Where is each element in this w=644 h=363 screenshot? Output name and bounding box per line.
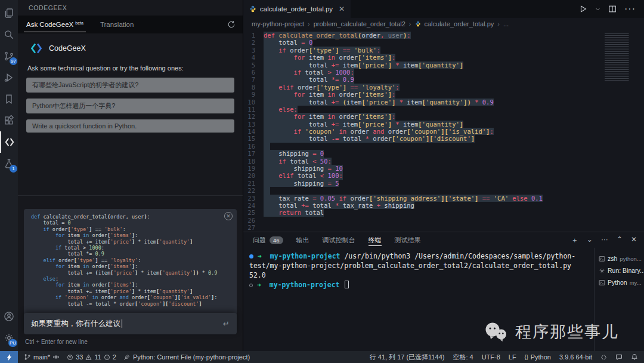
code-editor[interactable]: 1def calculate_order_total(order, user):… (243, 30, 644, 232)
search-icon[interactable] (0, 24, 18, 45)
problems-badge: 46 (270, 236, 283, 244)
code-line: 27 (243, 224, 644, 231)
run-debug-icon[interactable] (0, 67, 18, 88)
eol-item[interactable]: LF (509, 353, 516, 361)
code-context-line: for item in order['items']: (31, 263, 231, 269)
codegeex-logo-icon (30, 42, 43, 55)
code-line: 6 if total > 1000: (243, 69, 644, 76)
code-context-line: total = 0 (31, 220, 231, 226)
tab-label: calculate_order_total.py (260, 5, 333, 13)
error-count: 33 (76, 353, 83, 361)
python-file-icon (415, 21, 421, 27)
code-lines: 1def calculate_order_total(order, user):… (243, 32, 644, 232)
code-context-line: total -= total * order['coupon']['discou… (31, 301, 231, 307)
editor-tabbar: calculate_order_total.py ✕ ··· (243, 0, 644, 18)
code-line: 14 if 'coupon' in order and order['coupo… (243, 128, 644, 135)
run-file-icon[interactable] (579, 5, 587, 13)
settings-gear-icon[interactable]: PU (0, 327, 18, 349)
debug-config-item[interactable]: Python: Current File (my-python-project) (123, 353, 250, 361)
suggestion-button-1[interactable]: 有哪些给JavaScript的初学者的建议? (26, 78, 234, 93)
suggestion-button-3[interactable]: Write a quicksort function in Python. (26, 119, 234, 133)
terminal-list-item-zsh[interactable]: zsh python... (595, 253, 644, 264)
breadcrumb-item[interactable]: calculate_order_total.py (425, 20, 494, 27)
breadcrumb-item[interactable]: ... (503, 20, 509, 27)
split-editor-icon[interactable] (608, 5, 617, 13)
tab-close-icon[interactable]: ✕ (339, 5, 345, 13)
close-code-context-icon[interactable]: ✕ (224, 212, 233, 220)
code-line: 10 total += (item['price'] * item['quant… (243, 99, 644, 106)
suggestion-button-2[interactable]: Python中怎样遍历一个字典? (26, 99, 234, 113)
code-line: 18 if total < 50: (243, 158, 644, 165)
code-line: 4 for item in order['items']: (243, 54, 644, 61)
more-actions-icon[interactable]: ··· (624, 4, 636, 14)
breadcrumb: my-python-project› problem_calculate_ord… (243, 18, 644, 30)
cursor-position-item[interactable]: 行 41, 列 17 (已选择1144) (370, 353, 445, 362)
panel-tabbar: 问题 46 输出 调试控制台 终端 测试结果 ＋ ⌄ ··· ⌃ ✕ (243, 232, 644, 248)
editor-tab[interactable]: calculate_order_total.py ✕ (243, 0, 351, 18)
indentation-item[interactable]: 空格: 4 (453, 353, 473, 362)
git-branch-item[interactable]: main* (24, 353, 60, 361)
history-icon[interactable] (227, 16, 243, 33)
problems-item[interactable]: 33 11 2 (67, 353, 116, 361)
terminal-list-item-python[interactable]: Python my... (595, 276, 644, 288)
panel-tab-terminal[interactable]: 终端 (369, 232, 382, 248)
tab-translation[interactable]: Translation (92, 16, 142, 33)
encoding-item[interactable]: UTF-8 (482, 353, 500, 361)
code-context-block: ✕ def calculate_order_total(order, user)… (24, 209, 237, 322)
brand-name: CodeGeeX (49, 44, 86, 53)
panel-tab-debug-console[interactable]: 调试控制台 (323, 232, 355, 248)
remote-indicator[interactable] (0, 351, 18, 363)
minimap[interactable] (605, 33, 636, 81)
code-line: 21 shipping = 5 (243, 180, 644, 187)
terminal-dropdown-icon[interactable]: ⌄ (587, 235, 593, 245)
terminal-output-line: 52.0 (249, 270, 589, 280)
breadcrumb-item[interactable]: my-python-project (252, 20, 304, 27)
terminal-list: zsh python... Run: Binary... Python my..… (594, 248, 644, 351)
new-terminal-icon[interactable]: ＋ (571, 235, 578, 245)
code-context-line: if 'coupon' in order and order['coupon']… (31, 294, 231, 300)
language-mode-item[interactable]: {} Python (525, 353, 551, 361)
code-context-line: else: (31, 276, 231, 282)
notifications-bell-icon[interactable] (631, 353, 638, 361)
code-context-line: if total > 1000: (31, 245, 231, 251)
code-line: 3 if order['type'] == 'bulk': (243, 47, 644, 54)
source-control-icon[interactable]: 97 (0, 45, 18, 67)
explorer-icon[interactable] (0, 2, 18, 24)
panel-tab-output[interactable]: 输出 (296, 232, 309, 248)
terminal-list-item-run-binary[interactable]: Run: Binary... (595, 264, 644, 276)
codegeex-sidebar: CODEGEEX Ask CodeGeeXbeta Translation Co… (18, 0, 243, 351)
close-panel-icon[interactable]: ✕ (631, 235, 637, 245)
warnings-icon (85, 354, 92, 361)
info-icon (104, 354, 110, 361)
maximize-panel-icon[interactable]: ⌃ (617, 235, 623, 245)
tab-ask-codegeex[interactable]: Ask CodeGeeXbeta (18, 16, 92, 33)
run-dropdown-icon[interactable] (595, 7, 600, 12)
code-line: 5 total += item['price'] * item['quantit… (243, 61, 644, 69)
bookmarks-icon[interactable] (0, 88, 18, 110)
code-line: 15 total -= total * order['coupon']['dis… (243, 135, 644, 142)
code-context-line: elif order['type'] == 'loyalty': (31, 257, 231, 263)
breadcrumb-item[interactable]: problem_calculate_order_total2 (314, 20, 405, 27)
debug-plug-icon (123, 353, 131, 361)
extensions-icon[interactable] (0, 110, 18, 131)
code-line: 7 total *= 0.9 (243, 76, 644, 83)
account-icon[interactable] (0, 306, 18, 327)
python-interpreter-item[interactable]: 3.9.6 64-bit (559, 353, 592, 361)
terminal-output[interactable]: ➜ my-python-project /usr/bin/python3 /Us… (243, 248, 594, 351)
branch-name: main* (33, 353, 50, 361)
codegeex-icon[interactable] (0, 131, 18, 153)
panel-more-icon[interactable]: ··· (601, 235, 608, 245)
chat-intro: Ask some technical question or try the f… (26, 64, 234, 72)
code-line: 2 total = 0 (243, 39, 644, 46)
braces-icon: {} (525, 354, 528, 360)
feedback-icon[interactable] (615, 353, 623, 361)
chat-input[interactable]: 如果要重构，你有什么建议 ↵ (24, 313, 237, 334)
code-context-lines: def calculate_order_total(order, user): … (31, 214, 231, 322)
panel-tab-test-results[interactable]: 测试结果 (395, 232, 421, 248)
panel-tab-problems[interactable]: 问题 46 (253, 232, 283, 248)
activity-bar: 97 1 PU (0, 0, 18, 351)
test-beaker-icon[interactable]: 1 (0, 153, 18, 174)
code-line: 23 tax_rate = 0.05 if order['shipping_ad… (243, 195, 644, 202)
enter-icon[interactable]: ↵ (223, 319, 230, 328)
codegeex-status-icon[interactable] (600, 354, 607, 361)
